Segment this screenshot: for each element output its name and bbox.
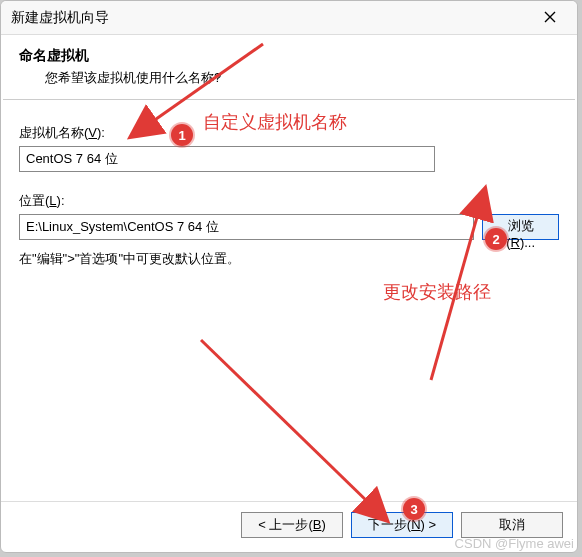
back-button[interactable]: < 上一步(B) xyxy=(241,512,343,538)
next-button[interactable]: 下一步(N) > xyxy=(351,512,453,538)
titlebar: 新建虚拟机向导 xyxy=(1,1,577,35)
wizard-body: 虚拟机名称(V): 位置(L): 浏览(R)... 在"编辑">"首选项"中可更… xyxy=(1,100,577,501)
browse-button[interactable]: 浏览(R)... xyxy=(482,214,559,240)
heading: 命名虚拟机 xyxy=(19,47,559,65)
watermark: CSDN @Flyme awei xyxy=(455,536,574,551)
location-label: 位置(L): xyxy=(19,192,559,210)
svg-line-2 xyxy=(201,340,371,505)
close-button[interactable] xyxy=(533,4,567,32)
note-text: 在"编辑">"首选项"中可更改默认位置。 xyxy=(19,250,559,268)
location-input[interactable] xyxy=(19,214,474,240)
subheading: 您希望该虚拟机使用什么名称? xyxy=(19,69,559,87)
wizard-window: 新建虚拟机向导 命名虚拟机 您希望该虚拟机使用什么名称? 虚拟机名称(V): 位… xyxy=(0,0,578,553)
close-icon xyxy=(544,9,556,26)
wizard-header: 命名虚拟机 您希望该虚拟机使用什么名称? xyxy=(1,35,577,99)
vm-name-label: 虚拟机名称(V): xyxy=(19,124,559,142)
window-title: 新建虚拟机向导 xyxy=(11,9,533,27)
vm-name-input[interactable] xyxy=(19,146,435,172)
annot-text-2: 更改安装路径 xyxy=(383,280,491,304)
cancel-button[interactable]: 取消 xyxy=(461,512,563,538)
